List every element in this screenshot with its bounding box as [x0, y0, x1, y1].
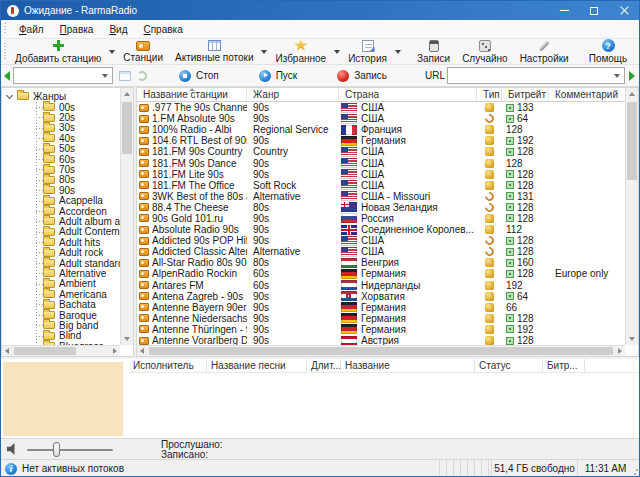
minimize-button[interactable] — [549, 1, 579, 20]
column-header[interactable]: Длит... — [307, 359, 341, 372]
previous-arrow-icon[interactable] — [4, 71, 10, 81]
close-button[interactable] — [609, 1, 639, 20]
tree-item-genre[interactable]: Adult hits — [2, 237, 120, 247]
station-row[interactable]: .977 The 90s Channel 90s США 133 — [137, 102, 625, 113]
chevron-down-icon[interactable] — [395, 50, 401, 54]
volume-slider-thumb[interactable] — [53, 442, 60, 457]
chevron-down-icon[interactable] — [102, 74, 108, 78]
column-header[interactable]: Название песни — [207, 359, 307, 372]
station-row[interactable]: 181.FM 90s Country Country США 128 — [137, 146, 625, 157]
station-row[interactable]: 88.4 The Cheese 80s Новая Зеландия 128 — [137, 202, 625, 213]
toolbar-button[interactable]: ? Помощь — [583, 38, 634, 65]
station-row[interactable]: Addicted 90s POP Hits 90s США 128 — [137, 235, 625, 246]
station-row[interactable]: 181.FM Lite 90s 90s США 128 — [137, 169, 625, 180]
station-row[interactable]: All-Star Radio 80s 90s 80s Венгрия 160 — [137, 257, 625, 268]
tree-item-genre[interactable]: Blind — [2, 331, 120, 341]
station-combobox[interactable] — [13, 67, 113, 84]
tree-item-genre[interactable]: 20s — [2, 112, 120, 122]
toolbar-button[interactable]: Добавить станцию — [9, 38, 107, 65]
scroll-down-icon[interactable] — [629, 337, 635, 341]
resize-grip[interactable] — [633, 460, 639, 477]
tree-item-genre[interactable]: Acappella — [2, 196, 120, 206]
column-header[interactable]: Название — [341, 359, 475, 372]
menu-item[interactable]: Вид — [101, 22, 135, 37]
station-row[interactable]: Antenne Vorarlberg Di... 90s Австрия 128 — [137, 335, 625, 345]
maximize-button[interactable] — [579, 1, 609, 20]
tree-item-genre[interactable]: Adult rock — [2, 247, 120, 257]
scrollbar-thumb[interactable] — [14, 347, 76, 355]
scroll-left-icon[interactable] — [140, 348, 144, 354]
station-row[interactable]: 100% Radio - Albi Regional Service Франц… — [137, 124, 625, 135]
scroll-left-icon[interactable] — [5, 348, 9, 354]
toolbar-button[interactable]: Активные потоки — [169, 39, 259, 64]
record-button[interactable]: Запись — [329, 68, 395, 84]
speaker-icon[interactable] — [7, 443, 17, 455]
scrollbar-thumb[interactable] — [122, 102, 132, 154]
tree-horizontal-scrollbar[interactable] — [2, 345, 120, 356]
column-header[interactable]: Исполнитель — [129, 359, 207, 372]
tree-item-genre[interactable]: Baroque — [2, 310, 120, 320]
tree-item-genre[interactable]: Big band — [2, 320, 120, 330]
station-row[interactable]: 104.6 RTL Best of 90s 90s Германия 192 — [137, 135, 625, 146]
column-header[interactable]: Страна — [339, 88, 477, 101]
tree-item-genre[interactable]: Adult album alterna — [2, 216, 120, 226]
toolbar-button[interactable]: История — [342, 39, 393, 65]
column-header[interactable]: Комментарий — [549, 88, 625, 101]
column-header[interactable]: Битрейт — [502, 88, 549, 101]
column-header[interactable]: Название станции — [137, 88, 247, 101]
scrollbar-thumb[interactable] — [627, 102, 637, 180]
scroll-up-icon[interactable] — [629, 92, 635, 96]
station-row[interactable]: Antenne Niedersachse... 90s Германия 128 — [137, 313, 625, 324]
next-arrow-icon[interactable] — [629, 71, 635, 81]
station-row[interactable]: Antenne Bayern 90er ... 90s Германия 66 — [137, 302, 625, 313]
station-row[interactable]: 90s Gold 101.ru 90s Россия 128 — [137, 213, 625, 224]
url-combobox[interactable] — [447, 67, 625, 84]
toolbar-button[interactable]: Случайно — [456, 39, 514, 65]
tree-vertical-scrollbar[interactable] — [120, 88, 133, 345]
tree-item-genre[interactable]: 40s — [2, 133, 120, 143]
tree-item-genre[interactable]: Adult Contemporary — [2, 227, 120, 237]
chevron-down-icon[interactable] — [334, 50, 340, 54]
tree-item-genre[interactable]: 30s — [2, 123, 120, 133]
tree-item-genre[interactable]: 90s — [2, 185, 120, 195]
station-row[interactable]: Antenne Thüringen - 9... 90s Германия 19… — [137, 324, 625, 335]
station-row[interactable]: 3WK Best of the 80s a... Alternative США… — [137, 191, 625, 202]
scroll-right-icon[interactable] — [113, 348, 117, 354]
play-button[interactable]: Пуск — [251, 68, 305, 84]
station-row[interactable]: Antena Zagreb - 90s 90s Хорватия 64 — [137, 291, 625, 302]
tree-item-genre[interactable]: Americana — [2, 289, 120, 299]
station-list-icon[interactable] — [119, 71, 131, 81]
scroll-up-icon[interactable] — [124, 92, 130, 96]
tree-item-genre[interactable]: Alternative — [2, 268, 120, 278]
station-row[interactable]: 181.FM The Office Soft Rock США 128 — [137, 180, 625, 191]
tree-item-genre[interactable]: Ambient — [2, 279, 120, 289]
menu-item[interactable]: Справка — [135, 22, 190, 37]
station-row[interactable]: Addicted Classic Altern... Alternative С… — [137, 246, 625, 257]
tree-root-genres[interactable]: Жанры — [2, 90, 120, 102]
station-row[interactable]: AlpenRadio Rockin 60s Германия 128 Europ… — [137, 268, 625, 279]
station-row[interactable]: 181.FM 90s Dance 90s США 128 — [137, 157, 625, 168]
menu-item[interactable]: Правка — [52, 22, 102, 37]
stations-horizontal-scrollbar[interactable] — [137, 345, 625, 356]
refresh-icon[interactable] — [137, 71, 147, 81]
toolbar-button[interactable]: Избранное — [269, 38, 332, 65]
volume-slider[interactable] — [27, 449, 113, 451]
tree-item-genre[interactable]: Adult standards — [2, 258, 120, 268]
scrollbar-thumb[interactable] — [149, 347, 613, 355]
tree-item-genre[interactable]: 50s — [2, 144, 120, 154]
toolbar-button[interactable]: Записи — [411, 39, 456, 65]
tree-item-genre[interactable]: Bachata — [2, 299, 120, 309]
toolbar-button[interactable]: Станции — [117, 40, 169, 64]
tree-item-genre[interactable]: 60s — [2, 154, 120, 164]
station-row[interactable]: 1.FM Absolute 90s 90s США 64 — [137, 113, 625, 124]
column-header[interactable]: Тип — [477, 88, 502, 101]
toolbar-button[interactable]: Остановить все — [633, 38, 640, 65]
scroll-down-icon[interactable] — [124, 337, 130, 341]
chevron-down-icon[interactable] — [614, 74, 620, 78]
scroll-right-icon[interactable] — [618, 348, 622, 354]
menu-item[interactable]: Файл — [11, 22, 52, 37]
stop-button[interactable]: Стоп — [171, 68, 227, 84]
tree-item-genre[interactable]: 00s — [2, 102, 120, 112]
column-header[interactable]: Битр... — [543, 359, 585, 372]
station-row[interactable]: Absolute Radio 90s 90s Соединенное Корол… — [137, 224, 625, 235]
